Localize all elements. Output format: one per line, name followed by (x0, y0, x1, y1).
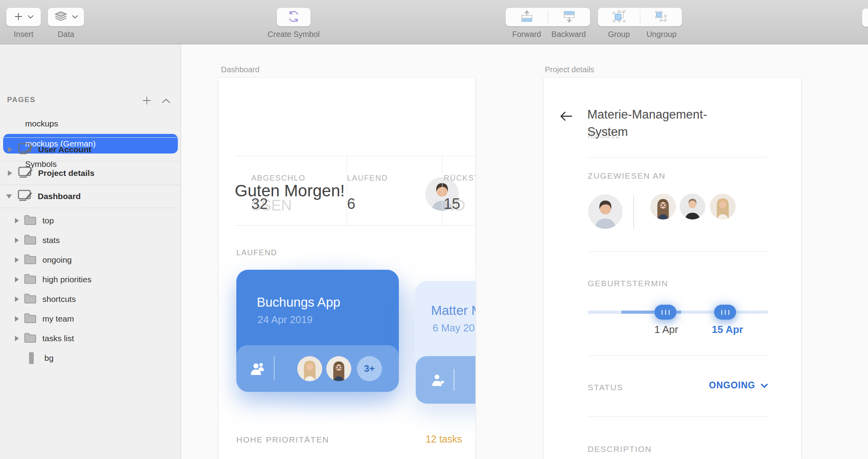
range-handle-start[interactable] (654, 305, 676, 320)
folder-icon (24, 234, 37, 247)
layer-row-stats[interactable]: stats (0, 230, 181, 250)
layer-row-tasks-list[interactable]: tasks list (0, 329, 181, 348)
create-symbol-button[interactable] (277, 8, 311, 26)
stat-label: ABGESCHLO (251, 174, 305, 183)
project-card-buchungs[interactable]: Buchungs App 24 Apr 2019 3+ (236, 270, 399, 392)
disclosure-triangle-icon[interactable] (15, 336, 19, 341)
toolbar: Insert Data Create Symbol Forward Backwa… (0, 0, 868, 44)
card-date: 6 May 2019 (433, 322, 475, 334)
card-title: Buchungs App (257, 295, 340, 310)
artboard-row-user-account[interactable]: User Account (0, 137, 181, 161)
group-icon (612, 10, 626, 25)
stat-label: LAUFEND (347, 174, 388, 183)
tasks-count[interactable]: 12 tasks (397, 433, 462, 445)
assigned-divider (633, 196, 634, 229)
disclosure-triangle-icon[interactable] (15, 257, 19, 263)
artboard-row-dashboard[interactable]: Dashboard (0, 185, 181, 208)
group-button[interactable] (598, 8, 640, 26)
artboard-icon (18, 166, 33, 181)
grip-line (725, 310, 726, 315)
folder-icon (24, 215, 37, 227)
add-page-button[interactable] (142, 96, 152, 107)
project-details-artboard[interactable]: Materie-Management- System ID 3512 ZUGEW… (544, 78, 801, 459)
status-label: STATUS (588, 383, 623, 392)
toolbar-button-partial[interactable] (862, 9, 868, 27)
page-label: mockups (25, 119, 58, 128)
artboard-title-dashboard[interactable]: Dashboard (221, 65, 259, 74)
backward-label: Backward (546, 30, 591, 39)
artboard-title-project-details[interactable]: Project details (545, 65, 594, 74)
more-members-badge[interactable]: 3+ (357, 356, 382, 381)
range-date-start: 1 Apr (643, 324, 690, 336)
layer-row-ongoing[interactable]: ongoing (0, 250, 181, 270)
layer-row-high-priorities[interactable]: high priorities (0, 270, 181, 289)
collapse-pages-button[interactable] (162, 98, 170, 105)
disclosure-triangle-icon[interactable] (15, 218, 19, 223)
folder-icon (24, 274, 37, 286)
artboard-row-project-details[interactable]: Project details (0, 161, 181, 185)
backward-button[interactable] (548, 8, 590, 26)
forward-label: Forward (506, 30, 548, 39)
stat-overdue: RÜCKSTAND ND 15 (444, 156, 475, 225)
folder-icon (24, 293, 37, 305)
rectangle-layer-icon (29, 352, 34, 364)
layer-row-top[interactable]: top (0, 211, 181, 230)
artboard-name: Project details (38, 168, 95, 178)
layer-name: ongoing (42, 255, 72, 265)
card-footer: 3+ (236, 345, 399, 392)
sync-arrows-icon (287, 10, 300, 24)
status-dropdown[interactable]: ONGOING (709, 380, 768, 391)
project-title-line1: Materie-Management- (587, 106, 707, 123)
disclosure-triangle-icon[interactable] (8, 170, 12, 176)
section-label-priorities: HOHE PRIORITÄTEN (236, 435, 329, 444)
team-icon (250, 362, 267, 377)
disclosure-triangle-icon[interactable] (15, 316, 19, 322)
data-button[interactable] (48, 8, 84, 26)
layer-row-my-team[interactable]: my team (0, 309, 181, 329)
disclosure-triangle-icon[interactable] (8, 147, 12, 152)
due-date-label: GEBURTSTERMIN (588, 279, 668, 288)
artboard-name: Dashboard (38, 192, 81, 201)
insert-button[interactable] (6, 8, 41, 26)
assigned-label: ZUGEWIESEN AN (588, 171, 665, 181)
back-arrow-icon[interactable] (559, 111, 573, 123)
data-label: Data (48, 30, 84, 39)
move-backward-icon (561, 10, 577, 24)
member-avatar[interactable] (326, 356, 351, 381)
ungroup-label: Ungroup (638, 30, 685, 39)
assignee-avatar[interactable] (650, 194, 676, 219)
stat-value: 15 (444, 196, 460, 212)
assignee-avatar[interactable] (710, 194, 736, 219)
folder-icon (24, 254, 37, 266)
folder-icon (24, 333, 37, 345)
ungroup-button[interactable] (640, 8, 682, 26)
layer-name: high priorities (42, 275, 91, 284)
status-value: ONGOING (709, 380, 755, 391)
assignee-avatar[interactable] (680, 194, 705, 219)
dashboard-artboard[interactable]: Guten Morgen! ABGESCHLO SSEN 32 LAUFEND … (219, 78, 475, 459)
sidebar: PAGES mockups mockups (German) Symbols U… (0, 44, 181, 459)
project-card-matter[interactable]: Matter Management 6 May 2019 (415, 281, 475, 404)
chevron-down-icon (72, 15, 78, 19)
layer-name: my team (42, 314, 74, 324)
forward-button[interactable] (506, 8, 548, 26)
disclosure-triangle-icon[interactable] (6, 194, 12, 199)
divider (587, 355, 768, 356)
forward-backward-group (506, 8, 590, 26)
stat-value: 32 (251, 196, 268, 212)
member-avatar[interactable] (297, 356, 322, 381)
move-forward-icon (519, 10, 535, 24)
layer-name: stats (42, 236, 60, 245)
grip-line (662, 310, 663, 315)
layer-row-shortcuts[interactable]: shortcuts (0, 289, 181, 309)
range-handle-end[interactable] (714, 305, 736, 320)
card-footer (416, 356, 475, 404)
disclosure-triangle-icon[interactable] (15, 277, 19, 282)
owner-avatar[interactable] (588, 194, 623, 229)
disclosure-triangle-icon[interactable] (15, 238, 19, 243)
layer-row-bg[interactable]: bg (0, 348, 181, 368)
create-symbol-label: Create Symbol (265, 30, 322, 39)
disclosure-triangle-icon[interactable] (15, 296, 19, 302)
project-title: Materie-Management- System (587, 106, 707, 141)
page-item-mockups[interactable]: mockups (3, 114, 178, 133)
